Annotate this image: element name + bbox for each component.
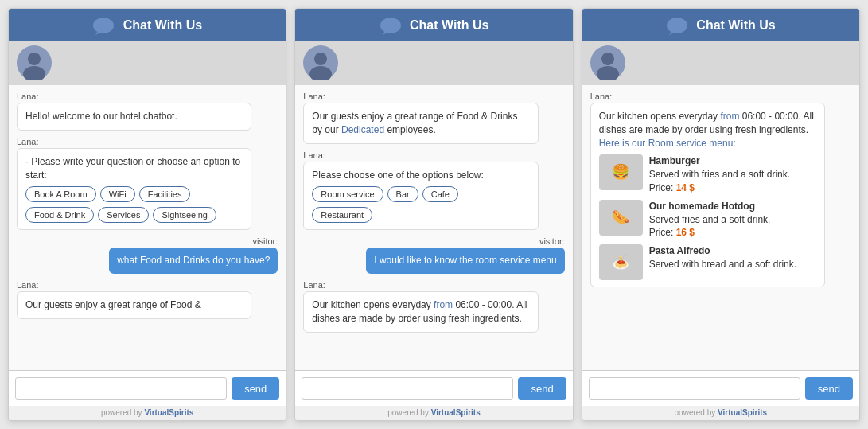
- bot-bubble-menu: Our kitchen opens everyday from 06:00 - …: [590, 103, 825, 287]
- avatar-1: [17, 45, 52, 80]
- brand-name-3: VirtualSpirits: [718, 408, 767, 417]
- msg-row: Lana: Please choose one of the options b…: [303, 150, 564, 231]
- option-buttons: Book A Room WiFi Facilities: [25, 186, 243, 202]
- sender-visitor: visitor:: [253, 236, 278, 246]
- messages-panel-3: Lana: Our kitchen opens everyday from 06…: [582, 85, 859, 370]
- header-title-1: Chat With Us: [123, 18, 202, 32]
- chat-widget-2: Chat With Us Lana: Our guests enjoy a gr…: [294, 8, 573, 421]
- menu-item-pasta: 🍝 Pasta Alfredo Served with bread and a …: [599, 244, 816, 280]
- pasta-desc: Served with bread and a soft drink.: [649, 258, 796, 271]
- bot-bubble: Our guests enjoy a great range of Food &: [17, 291, 251, 319]
- sender-label: Lana:: [303, 150, 564, 160]
- msg-row-visitor: visitor: what Food and Drinks do you hav…: [17, 236, 278, 274]
- chat-icon-2: [380, 17, 402, 36]
- msg-row: Lana: - Please write your question or ch…: [17, 137, 278, 231]
- option-cafe[interactable]: Cafe: [422, 186, 458, 202]
- powered-by-3: powered by VirtualSpirits: [582, 406, 859, 420]
- option-buttons-panel2b: Restaurant: [312, 207, 529, 223]
- msg-row: Lana: Our kitchen opens everyday from 06…: [303, 280, 564, 333]
- option-buttons-2: Food & Drink Services Sightseeing: [25, 207, 243, 223]
- pasta-text: Pasta Alfredo Served with bread and a so…: [649, 244, 796, 271]
- msg-row: Lana: Our guests enjoy a great range of …: [303, 92, 564, 144]
- chat-footer-2: send: [295, 370, 572, 406]
- brand-name-2: VirtualSpirits: [431, 408, 481, 417]
- hotdog-img: 🌭: [599, 200, 643, 236]
- bot-bubble: Our kitchen opens everyday from 06:00 - …: [303, 291, 538, 333]
- hamburger-text: Hamburger Served with fries and a soft d…: [649, 154, 790, 194]
- avatar-area-2: [295, 41, 572, 85]
- chat-footer-3: send: [582, 370, 859, 406]
- chat-widget-1: Chat With Us Lana: Hello! welcome to our…: [8, 8, 286, 421]
- bot-bubble: Please choose one of the options below: …: [303, 162, 538, 231]
- option-food-drink[interactable]: Food & Drink: [25, 207, 94, 223]
- chat-icon-1: [92, 17, 115, 36]
- chat-footer-1: send: [9, 370, 286, 406]
- svg-point-13: [601, 53, 614, 65]
- hamburger-price: Price: 14 $: [649, 181, 790, 195]
- avatar-2: [303, 45, 338, 80]
- sender-label: Lana:: [303, 92, 564, 101]
- send-button-1[interactable]: send: [232, 377, 279, 400]
- bot-bubble: - Please write your question or choose a…: [17, 148, 251, 231]
- send-button-2[interactable]: send: [518, 377, 566, 400]
- messages-panel-2: Lana: Our guests enjoy a great range of …: [295, 85, 572, 370]
- bot-bubble: Hello! welcome to our hotel chatbot.: [17, 103, 251, 131]
- avatar-area-1: [9, 41, 286, 85]
- menu-intro-text: Our kitchen opens everyday from 06:00 - …: [599, 111, 814, 135]
- msg-row: Lana: Our kitchen opens everyday from 06…: [590, 92, 851, 287]
- chat-header-3: Chat With Us: [582, 9, 859, 41]
- chat-input-3[interactable]: [589, 377, 800, 400]
- option-facilities[interactable]: Facilities: [139, 186, 191, 202]
- powered-by-1: powered by VirtualSpirits: [9, 406, 286, 420]
- sender-label: Lana:: [17, 137, 278, 146]
- hotdog-name: Our homemade Hotdog: [649, 200, 771, 213]
- send-button-3[interactable]: send: [805, 377, 853, 400]
- svg-point-8: [314, 53, 327, 65]
- messages-panel-1: Lana: Hello! welcome to our hotel chatbo…: [9, 85, 286, 370]
- pasta-img: 🍝: [599, 244, 643, 280]
- option-services[interactable]: Services: [98, 207, 149, 223]
- svg-point-3: [28, 53, 41, 65]
- chat-icon-3: [666, 17, 688, 36]
- chat-input-2[interactable]: [302, 377, 513, 400]
- header-title-3: Chat With Us: [696, 18, 775, 32]
- brand-name-1: VirtualSpirits: [144, 408, 193, 417]
- hotdog-text: Our homemade Hotdog Served fries and a s…: [649, 200, 771, 240]
- sender-label: Lana:: [590, 92, 851, 101]
- hamburger-img: 🍔: [599, 154, 643, 190]
- hotdog-desc: Served fries and a soft drink.: [649, 213, 771, 227]
- chat-input-1[interactable]: [15, 377, 227, 400]
- sender-label: Lana:: [17, 280, 278, 290]
- sender-label: Lana:: [303, 280, 564, 290]
- sender-label: Lana:: [17, 92, 278, 101]
- menu-item-hotdog: 🌭 Our homemade Hotdog Served fries and a…: [599, 200, 816, 240]
- powered-by-2: powered by VirtualSpirits: [295, 406, 572, 420]
- chat-widget-3: Chat With Us Lana: Our kitchen opens eve…: [582, 8, 860, 421]
- visitor-bubble: what Food and Drinks do you have?: [109, 248, 278, 274]
- option-sightseeing[interactable]: Sightseeing: [153, 207, 216, 223]
- sender-visitor: visitor:: [539, 236, 565, 246]
- msg-row: Lana: Our guests enjoy a great range of …: [17, 280, 278, 319]
- hotdog-price: Price: 16 $: [649, 226, 771, 240]
- menu-here-text: Here is our Room service menu:: [599, 138, 736, 149]
- option-restaurant[interactable]: Restaurant: [312, 207, 372, 223]
- bot-bubble: Our guests enjoy a great range of Food &…: [303, 103, 538, 144]
- menu-item-hamburger: 🍔 Hamburger Served with fries and a soft…: [599, 154, 816, 194]
- hamburger-name: Hamburger: [649, 154, 790, 168]
- avatar-3: [590, 45, 625, 80]
- avatar-area-3: [582, 41, 859, 85]
- option-buttons-panel2: Room service Bar Cafe: [312, 186, 529, 202]
- pasta-name: Pasta Alfredo: [649, 244, 796, 258]
- option-room-service[interactable]: Room service: [312, 186, 383, 202]
- chat-header-1: Chat With Us: [9, 9, 286, 41]
- msg-row: Lana: Hello! welcome to our hotel chatbo…: [17, 92, 278, 131]
- option-bar[interactable]: Bar: [387, 186, 418, 202]
- chat-header-2: Chat With Us: [295, 9, 572, 41]
- hamburger-desc: Served with fries and a soft drink.: [649, 168, 790, 181]
- option-wifi[interactable]: WiFi: [100, 186, 135, 202]
- msg-row-visitor: visitor: I would like to know the room s…: [303, 236, 564, 274]
- option-book-room[interactable]: Book A Room: [25, 186, 96, 202]
- header-title-2: Chat With Us: [410, 18, 488, 32]
- visitor-bubble: I would like to know the room service me…: [366, 248, 564, 274]
